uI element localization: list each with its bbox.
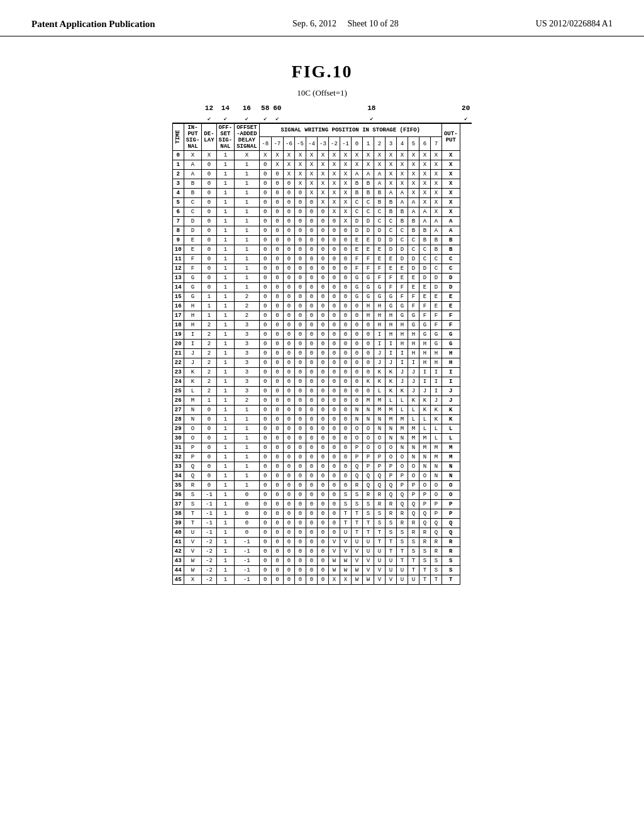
- pos-cell: X: [306, 179, 317, 189]
- pos-cell: 0: [317, 575, 328, 585]
- pos-cell: 0: [317, 415, 328, 424]
- pos-cell: A: [408, 208, 419, 217]
- pos-cell: 0: [271, 245, 283, 255]
- time-cell: 26: [172, 396, 184, 406]
- timing-table: 12 14 16 58 60 18 20 ↙ ↙ ↙ ↙ ↙ ↙ ↙: [172, 103, 472, 585]
- in-cell: I: [184, 340, 202, 349]
- pos-cell: 0: [317, 556, 328, 566]
- signal-writing-header: SIGNAL WRITING POSITION IN STORAGE (FIFO…: [259, 123, 441, 137]
- pos-cell: X: [294, 160, 306, 170]
- pos-neg1: -1: [340, 137, 351, 151]
- pos-cell: C: [385, 226, 396, 236]
- pos-cell: R: [385, 500, 396, 509]
- pos-cell: X: [340, 170, 351, 179]
- pos-cell: D: [385, 245, 396, 255]
- pos-cell: F: [385, 283, 396, 292]
- pos-cell: 0: [328, 302, 340, 311]
- pos-cell: 0: [271, 453, 283, 462]
- pos-cell: M: [419, 443, 430, 453]
- header-left: Patent Application Publication: [31, 19, 155, 30]
- pos-cell: 0: [328, 274, 340, 283]
- pos-cell: B: [351, 179, 362, 189]
- pos-cell: 0: [294, 236, 306, 245]
- pos-cell: X: [283, 151, 294, 160]
- added-cell: -1: [235, 538, 259, 547]
- pos-cell: 0: [283, 283, 294, 292]
- pos-cell: 0: [294, 575, 306, 585]
- time-cell: 15: [172, 292, 184, 302]
- pos-cell: 0: [328, 490, 340, 500]
- pos-cell: 0: [283, 377, 294, 387]
- pos-cell: H: [408, 330, 419, 340]
- pos-cell: 0: [271, 547, 283, 556]
- pos-cell: 0: [328, 340, 340, 349]
- pos-cell: 0: [294, 377, 306, 387]
- time-cell: 24: [172, 377, 184, 387]
- pos-cell: O: [408, 472, 419, 481]
- pos-cell: H: [374, 311, 385, 321]
- pos-cell: 0: [294, 340, 306, 349]
- pos-cell: U: [362, 538, 374, 547]
- arr7: ↙: [460, 113, 472, 123]
- pos-cell: 0: [362, 321, 374, 330]
- pos-cell: K: [419, 406, 430, 415]
- pos-cell: F: [362, 255, 374, 264]
- pos-cell: X: [283, 170, 294, 179]
- pos-cell: 0: [317, 453, 328, 462]
- pos-cell: S: [351, 500, 362, 509]
- pos-cell: X: [306, 151, 317, 160]
- pos-cell: 0: [283, 226, 294, 236]
- pos-cell: 0: [271, 264, 283, 274]
- pos-cell: D: [351, 226, 362, 236]
- pos-cell: 0: [317, 396, 328, 406]
- pos-cell: 0: [259, 519, 271, 528]
- pos-cell: M: [362, 396, 374, 406]
- pos-cell: 0: [294, 406, 306, 415]
- pos-cell: V: [328, 538, 340, 547]
- time-cell: 33: [172, 462, 184, 472]
- pos-cell: M: [408, 434, 419, 443]
- delay-cell: 0: [202, 179, 216, 189]
- pos-cell: D: [430, 274, 441, 283]
- pos-cell: 0: [294, 349, 306, 358]
- arr4: ↙: [259, 113, 271, 123]
- pos-neg5: -5: [294, 137, 306, 151]
- delay-cell: 0: [202, 274, 216, 283]
- out-cell: X: [441, 179, 460, 189]
- added-cell: 1: [235, 179, 259, 189]
- pos-cell: 0: [328, 434, 340, 443]
- pos-cell: H: [430, 349, 441, 358]
- pos-cell: 0: [271, 311, 283, 321]
- pos-cell: 0: [317, 311, 328, 321]
- time-cell: 9: [172, 236, 184, 245]
- pos-cell: P: [374, 462, 385, 472]
- pos-cell: A: [351, 170, 362, 179]
- pos-cell: 0: [283, 519, 294, 528]
- pos-cell: D: [374, 236, 385, 245]
- added-cell: 1: [235, 170, 259, 179]
- delay-cell: -1: [202, 509, 216, 519]
- delay-cell: 2: [202, 321, 216, 330]
- pos-cell: D: [362, 217, 374, 226]
- pos-cell: B: [430, 245, 441, 255]
- table-row: 9E01100000000EEDDCCBBB: [172, 236, 472, 245]
- pos-cell: V: [351, 556, 362, 566]
- pos-cell: F: [419, 302, 430, 311]
- pos-cell: 0: [306, 462, 317, 472]
- pos-cell: Q: [396, 490, 408, 500]
- pos-cell: 0: [259, 462, 271, 472]
- pos-cell: X: [317, 189, 328, 198]
- delay-cell: 0: [202, 472, 216, 481]
- delay-cell: 0: [202, 481, 216, 490]
- out-cell: K: [441, 415, 460, 424]
- pos-cell: 0: [259, 283, 271, 292]
- pos-cell: 0: [317, 434, 328, 443]
- delay-cell: 0: [202, 462, 216, 472]
- pos-cell: T: [419, 566, 430, 575]
- table-row: 23K2130000000000KKJJIII: [172, 368, 472, 377]
- pos-cell: M: [385, 406, 396, 415]
- group7-label: 20: [460, 103, 472, 113]
- offset-cell: 1: [216, 349, 235, 358]
- pos-0: 0: [351, 137, 362, 151]
- pos-cell: S: [385, 528, 396, 538]
